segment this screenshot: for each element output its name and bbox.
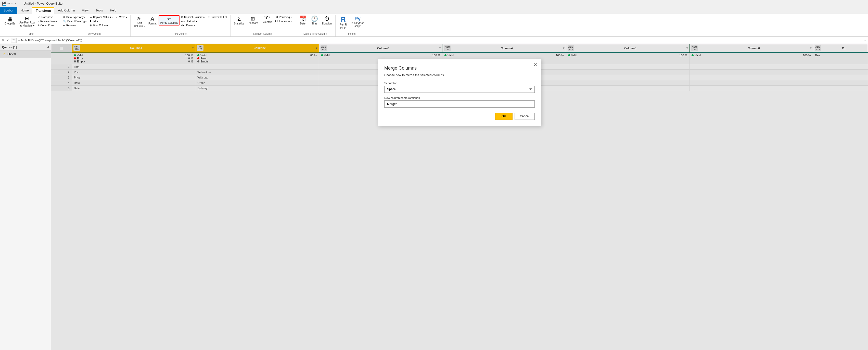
rename-button[interactable]: ✏ Rename [62,24,88,27]
queries-collapse-btn[interactable]: ◀ [46,45,49,49]
separator-label: Separator [384,82,535,85]
replace-values-button[interactable]: ↔ Replace Values ▾ [89,15,114,19]
rounding-button[interactable]: ~0 Rounding ▾ [274,15,293,19]
time-button[interactable]: 🕐 Time [309,15,320,26]
standard-icon: ⊞ [251,16,255,21]
statistics-button[interactable]: Σ Statistics [232,15,246,26]
data-type-button[interactable]: ⊞ Data Type: Any ▾ [62,15,88,19]
statistics-label: Statistics [234,22,244,25]
tab-help[interactable]: Help [106,7,120,14]
formula-bar: ✕ ✓ fx ⌄ [0,37,868,44]
pivot-icon: ⊞ [90,24,92,27]
cancel-button[interactable]: Cancel [515,113,535,120]
tab-view[interactable]: View [78,7,92,14]
detect-data-type-button[interactable]: 🔍 Detect Data Type [62,20,88,23]
format-button[interactable]: A Format [147,15,158,26]
table-small-btns: ⤢ Transpose ↕ Reverse Rows # Count Rows [37,15,58,27]
count-rows-label: Count Rows [40,24,54,27]
extract-button[interactable]: ABC Extract ▾ [180,20,207,23]
fill-button[interactable]: ⬇ Fill ▾ [89,20,114,23]
any-col-btns-extra: ↔ Move ▾ [114,15,128,19]
unpivot-button[interactable]: ⊞ Unpivot Columns ▾ [180,15,207,19]
any-col-btns-right: ↔ Replace Values ▾ ⬇ Fill ▾ ⊞ Pivot Colu… [89,15,114,27]
run-python-icon: Py [354,16,361,21]
statistics-icon: Σ [238,16,241,22]
move-button[interactable]: ↔ Move ▾ [114,15,128,19]
transpose-button[interactable]: ⤢ Transpose [37,15,58,19]
ribbon-group-scripts: R Run Rscript Py Run Pythonscript Script… [336,15,368,36]
fill-label: Fill ▾ [93,20,98,23]
group-by-button[interactable]: ▦ Group By [3,15,17,26]
convert-to-list-button[interactable]: ≡ Convert to List [207,15,228,19]
split-column-button[interactable]: ⫸ SplitColumn ▾ [133,15,146,29]
any-column-label: Any Column [62,32,128,36]
dialog-backdrop: ✕ Merge Columns Choose how to merge the … [51,44,868,350]
run-python-label: Run Pythonscript [351,22,364,28]
date-button[interactable]: 📅 Date [297,15,308,26]
run-python-button[interactable]: Py Run Pythonscript [349,15,366,29]
queries-header: Queries [1] ◀ [0,44,51,51]
title-icons: 💾 ↩ ↪ ▾ [2,2,16,6]
group-by-label: Group By [5,22,15,25]
use-first-row-button[interactable]: ⊞ Use First Rowas Headers ▾ [17,15,36,28]
reverse-rows-button[interactable]: ↕ Reverse Rows [37,20,58,23]
redo-icon[interactable]: ↪ [11,2,13,5]
ribbon-group-datetime-content: 📅 Date 🕐 Time ⏱ Duration [297,15,333,32]
formula-close-icon[interactable]: ✕ [2,38,5,42]
ribbon-tabs-bar: Soubor Home Transform Add Column View To… [0,7,868,14]
parse-icon: abc [181,24,185,27]
tab-add-column[interactable]: Add Column [54,7,78,14]
time-label: Time [312,22,317,25]
tab-home[interactable]: Home [17,7,32,14]
information-label: Information ▾ [277,20,292,23]
number-small-btns: ~0 Rounding ▾ ℹ Information ▾ [274,15,293,23]
merge-columns-button[interactable]: ⇐ Merge Columns [159,15,180,26]
extract-label: Extract ▾ [187,20,197,23]
rename-icon: ✏ [63,24,65,27]
customize-icon[interactable]: ▾ [14,2,16,5]
formula-label: fx [11,38,17,43]
format-icon: A [150,16,155,22]
scientific-button[interactable]: 10² Scientific [260,15,273,25]
query-item-label: Sheet1 [7,53,16,56]
run-r-label: Run Rscript [340,23,347,29]
ribbon-group-scripts-content: R Run Rscript Py Run Pythonscript [338,15,366,32]
split-column-icon: ⫸ [137,16,142,21]
run-r-button[interactable]: R Run Rscript [338,15,349,30]
duration-button[interactable]: ⏱ Duration [320,15,333,26]
move-icon: ↔ [115,16,118,19]
dialog-close-button[interactable]: ✕ [533,62,537,68]
transpose-label: Transpose [41,16,53,19]
parse-button[interactable]: abc Parse ▾ [180,24,207,27]
column-name-input[interactable] [384,100,535,107]
ribbon-group-table-content: ▦ Group By ⊞ Use First Rowas Headers ▾ ⤢… [3,15,58,32]
formula-input[interactable] [18,39,862,42]
queries-panel: Queries [1] ◀ ⚠ Sheet1 [0,44,51,350]
text-col-extra: ≡ Convert to List [207,15,228,19]
ribbon-group-table: ▦ Group By ⊞ Use First Rowas Headers ▾ ⤢… [1,15,60,36]
dialog-title: Merge Columns [384,65,535,71]
count-rows-button[interactable]: # Count Rows [37,24,58,27]
standard-button[interactable]: ⊞ Standard [246,15,260,26]
query-item-sheet1[interactable]: ⚠ Sheet1 [0,51,51,58]
table-group-label: Table [3,32,58,36]
tab-soubor[interactable]: Soubor [0,7,17,14]
undo-icon[interactable]: ↩ [7,2,10,5]
ribbon-group-any-column: ⊞ Data Type: Any ▾ 🔍 Detect Data Type ✏ … [60,15,130,36]
scientific-label: Scientific [261,21,272,24]
tab-tools[interactable]: Tools [92,7,106,14]
ok-button[interactable]: OK [495,113,513,120]
tab-transform[interactable]: Transform [32,7,55,14]
text-column-label: Text Column [133,32,228,36]
main-layout: Queries [1] ◀ ⚠ Sheet1 ⊞ ABC123 Co [0,44,868,350]
format-label: Format [148,22,157,25]
unpivot-label: Unpivot Columns ▾ [184,16,206,19]
pivot-column-button[interactable]: ⊞ Pivot Column [89,24,114,27]
separator-select[interactable]: Space Comma Semicolon Colon Tab Custom [384,86,535,93]
rounding-label: Rounding ▾ [279,16,292,19]
save-icon[interactable]: 💾 [2,2,6,6]
formula-expand-icon[interactable]: ⌄ [864,38,866,42]
information-button[interactable]: ℹ Information ▾ [274,20,293,23]
formula-check-icon[interactable]: ✓ [6,38,9,42]
convert-list-label: Convert to List [211,16,227,19]
